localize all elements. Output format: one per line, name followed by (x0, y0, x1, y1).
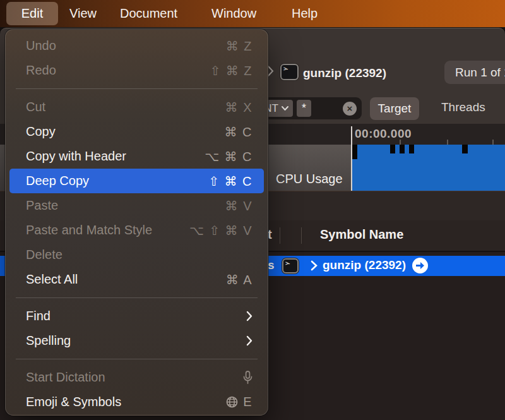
menu-item-select-all[interactable]: Select All ⌘ A (9, 267, 264, 292)
column-separator[interactable] (301, 227, 302, 244)
menu-item-spelling[interactable]: Spelling (9, 328, 264, 353)
filter-star-token[interactable]: * (297, 100, 311, 117)
submenu-chevron-icon (246, 335, 252, 346)
focus-arrow-icon[interactable] (412, 258, 428, 273)
microphone-icon (243, 371, 252, 385)
submenu-chevron-icon (246, 311, 252, 321)
menubar-item-document[interactable]: Document (120, 0, 177, 27)
menubar-item-view[interactable]: View (69, 0, 97, 27)
ruler-tick (400, 140, 401, 145)
terminal-icon: >- (280, 64, 299, 80)
menu-item-undo: Undo ⌘ Z (9, 33, 264, 58)
chevron-down-icon (282, 106, 288, 111)
cpu-dip-notch (400, 145, 405, 153)
menu-item-delete: Delete (9, 243, 264, 267)
cpu-dip-notch (409, 145, 414, 153)
column-separator[interactable] (280, 227, 280, 244)
menu-separator (16, 297, 258, 298)
terminal-icon: >- (282, 258, 299, 273)
globe-icon (226, 396, 238, 408)
menubar-item-help[interactable]: Help (292, 0, 318, 27)
menu-item-emoji-and-symbols[interactable]: Emoji & Symbols E (9, 390, 264, 414)
menu-separator (16, 359, 258, 359)
menu-item-paste-and-match-style: Paste and Match Style ⌥ ⇧ ⌘ V (9, 218, 264, 243)
process-title: gunzip (22392) (303, 66, 386, 80)
tab-threads[interactable]: Threads (441, 100, 485, 114)
column-header-symbol-name[interactable]: Symbol Name (320, 227, 403, 242)
timeline-time-label: 00:00.000 (355, 127, 412, 141)
ruler-tick (492, 140, 494, 145)
run-selector-button[interactable]: Run 1 of 1 (444, 61, 505, 84)
row-weight-partial: s (268, 258, 275, 272)
disclosure-chevron-icon[interactable] (311, 260, 318, 271)
menu-item-redo: Redo ⇧ ⌘ Z (9, 58, 264, 83)
menubar-item-window[interactable]: Window (211, 0, 256, 27)
menu-item-cut: Cut ⌘ X (9, 95, 264, 119)
edit-menu-panel: Undo ⌘ Z Redo ⇧ ⌘ Z Cut ⌘ X Copy ⌘ C Cop… (5, 29, 268, 416)
cpu-dip-notch (390, 145, 395, 153)
menu-separator (16, 88, 258, 89)
column-header-partial[interactable]: t (268, 227, 272, 242)
tab-target[interactable]: Target (370, 97, 419, 120)
cpu-dip-notch (352, 145, 357, 159)
cpu-track-label: CPU Usage (276, 172, 343, 186)
timeline-playhead[interactable] (351, 126, 352, 191)
menu-item-copy[interactable]: Copy ⌘ C (9, 119, 264, 144)
row-symbol-name: gunzip (22392) (323, 258, 406, 272)
cpu-usage-graph (352, 145, 505, 191)
cpu-dip-notch (462, 145, 468, 153)
menu-item-copy-with-header[interactable]: Copy with Header ⌥ ⌘ C (9, 144, 264, 169)
clear-filter-icon[interactable]: × (343, 102, 357, 116)
menubar-item-edit[interactable]: Edit (6, 2, 58, 25)
menu-item-find[interactable]: Find (9, 304, 264, 328)
menu-bar: Edit View Document Window Help (0, 0, 505, 27)
menu-item-start-dictation: Start Dictation (9, 365, 264, 390)
ruler-tick (447, 140, 448, 145)
menu-item-deep-copy[interactable]: Deep Copy ⇧ ⌘ C (9, 169, 264, 193)
menu-item-paste: Paste ⌘ V (9, 193, 264, 218)
